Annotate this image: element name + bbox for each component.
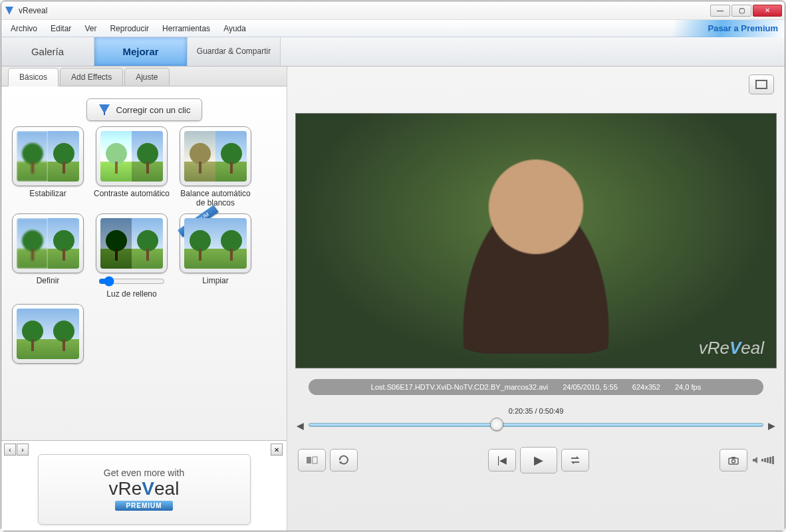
svg-rect-28 (31, 339, 34, 351)
promo-close-button[interactable]: ✕ (271, 444, 283, 456)
snapshot-button[interactable] (720, 449, 747, 471)
effect-fill-light[interactable]: Luz de relleno (92, 213, 172, 299)
promo-next-button[interactable]: › (17, 444, 29, 456)
loop-button[interactable] (561, 449, 589, 471)
svg-point-11 (190, 143, 211, 164)
effect-auto-wb[interactable]: Balance automático de blancos (176, 126, 255, 208)
video-watermark: vReVeal (699, 338, 764, 358)
effects-panel: Corregir con un clic Estabilizar Contras… (1, 86, 287, 440)
wand-icon (98, 103, 111, 116)
effects-scroll[interactable]: Estabilizar Contraste automático Balance… (8, 126, 287, 440)
loop-icon (569, 456, 581, 465)
effect-stabilize[interactable]: Estabilizar (8, 126, 88, 208)
volume-control[interactable] (751, 456, 774, 465)
fullscreen-button[interactable] (749, 74, 774, 94)
seek-end-icon[interactable]: ▶ (768, 420, 775, 431)
playback-controls: |◀ ▶ (295, 443, 777, 477)
promo-premium-badge: PREMIUM (115, 501, 172, 511)
speaker-icon (751, 456, 761, 465)
svg-rect-30 (63, 339, 65, 351)
video-preview[interactable]: vReVeal (295, 113, 777, 368)
info-fps: 24,0 fps (675, 383, 701, 391)
svg-rect-10 (146, 162, 149, 174)
maximize-button[interactable]: ▢ (731, 5, 751, 17)
titlebar: vReveal — ▢ ✕ (1, 1, 785, 20)
svg-rect-24 (199, 249, 201, 261)
svg-point-9 (137, 143, 158, 164)
prev-button[interactable]: |◀ (488, 449, 516, 471)
svg-rect-22 (146, 249, 149, 261)
svg-point-3 (22, 143, 43, 164)
menu-ver[interactable]: Ver (78, 21, 103, 36)
one-click-fix-button[interactable]: Corregir con un clic (86, 98, 202, 121)
svg-rect-14 (230, 162, 233, 174)
right-panel: vReVeal Lost.S06E17.HDTV.XviD-NoTV.CD2.B… (287, 66, 785, 531)
minimize-button[interactable]: — (710, 5, 730, 17)
rotate-button[interactable] (330, 449, 358, 471)
mode-save-share[interactable]: Guardar & Compartir (188, 37, 281, 66)
tab-basicos[interactable]: Básicos (8, 68, 59, 86)
promo-prev-button[interactable]: ‹ (4, 444, 16, 456)
promo-card[interactable]: Get even more with vReVeal PREMIUM (38, 454, 251, 525)
svg-point-13 (221, 143, 242, 164)
menu-herramientas[interactable]: Herramientas (156, 21, 217, 36)
left-panel: Básicos Add Effects Ajuste Corregir con … (1, 66, 287, 531)
mode-enhance[interactable]: Mejorar (94, 37, 188, 66)
tab-add-effects[interactable]: Add Effects (60, 68, 123, 86)
svg-rect-26 (230, 249, 233, 261)
effect-stabilize-label: Estabilizar (29, 189, 66, 198)
promo-headline: Get even more with (104, 467, 184, 478)
effect-auto-wb-label: Balance automático de blancos (176, 189, 255, 208)
effect-define[interactable]: Definir (8, 213, 88, 299)
effect-extra[interactable] (8, 304, 88, 364)
svg-marker-1 (99, 104, 110, 114)
mode-bar: Galería Mejorar Guardar & Compartir (1, 37, 785, 66)
svg-rect-33 (313, 457, 317, 464)
menu-reproducir[interactable]: Reproducir (103, 21, 156, 36)
effect-tabbar: Básicos Add Effects Ajuste (1, 66, 287, 86)
menubar: Archivo Editar Ver Reproducir Herramient… (1, 20, 785, 37)
svg-rect-37 (731, 457, 735, 459)
video-content-placeholder (423, 128, 649, 354)
effect-clean-label: Limpiar (202, 276, 228, 285)
compare-button[interactable] (298, 449, 326, 471)
svg-point-25 (221, 230, 242, 251)
svg-rect-4 (31, 162, 34, 174)
close-button[interactable]: ✕ (753, 5, 782, 17)
svg-rect-8 (115, 162, 118, 174)
effect-auto-contrast-label: Contraste automático (94, 189, 170, 198)
svg-point-27 (22, 321, 43, 342)
one-click-label: Corregir con un clic (116, 105, 191, 115)
play-button[interactable]: ▶ (520, 447, 557, 473)
svg-rect-20 (115, 249, 118, 261)
svg-point-7 (106, 143, 127, 164)
effect-auto-contrast[interactable]: Contraste automático (92, 126, 172, 208)
tab-ajuste[interactable]: Ajuste (124, 68, 169, 86)
premium-link[interactable]: Pasar a Premium (708, 23, 778, 33)
effect-clean[interactable]: PREMIUM Limpiar (176, 213, 255, 299)
seek-track[interactable] (309, 423, 763, 427)
svg-marker-38 (753, 457, 757, 464)
menu-archivo[interactable]: Archivo (4, 21, 44, 36)
camera-icon (727, 456, 739, 465)
svg-rect-6 (63, 162, 65, 174)
rotate-icon (338, 455, 350, 466)
svg-rect-18 (63, 249, 65, 261)
mode-gallery[interactable]: Galería (1, 37, 94, 66)
video-info-bar: Lost.S06E17.HDTV.XviD-NoTV.CD2.BY_marcos… (309, 379, 763, 395)
fill-light-slider[interactable] (98, 276, 165, 287)
info-filename: Lost.S06E17.HDTV.XviD-NoTV.CD2.BY_marcos… (371, 383, 548, 391)
seek-thumb[interactable] (490, 418, 503, 431)
svg-point-36 (732, 460, 735, 463)
svg-point-17 (53, 230, 74, 251)
svg-point-15 (22, 230, 43, 251)
seek-start-icon[interactable]: ◀ (297, 420, 304, 431)
window-title: vReveal (19, 6, 47, 15)
seek-bar: 0:20:35 / 0:50:49 ◀ ▶ (295, 411, 777, 438)
effect-fill-light-label: Luz de relleno (106, 289, 156, 299)
compare-icon (306, 456, 318, 465)
menu-ayuda[interactable]: Ayuda (217, 21, 253, 36)
effect-define-label: Definir (37, 276, 60, 285)
svg-point-23 (190, 230, 211, 251)
menu-editar[interactable]: Editar (44, 21, 78, 36)
